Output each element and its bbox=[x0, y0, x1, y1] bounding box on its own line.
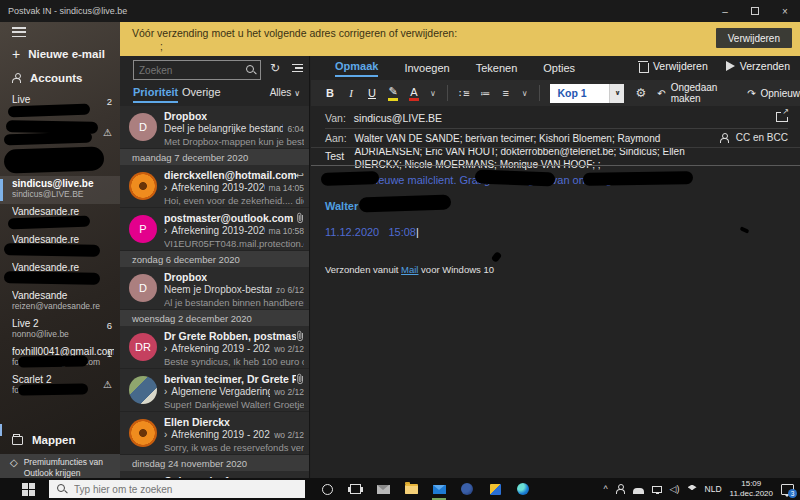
body-line-1: Test met nieuwe mailclient. Graag bevest… bbox=[325, 174, 788, 186]
font-options-chevron-icon[interactable]: ∨ bbox=[430, 89, 436, 98]
email-list-item[interactable]: Ellen Dierckx ↩ › Afrekening 2019 - 2020… bbox=[120, 412, 310, 455]
redo-button[interactable]: ↷ Opnieuw bbox=[747, 88, 800, 99]
send-button[interactable]: Verzenden bbox=[726, 60, 790, 72]
font-color-button[interactable]: A bbox=[409, 86, 419, 101]
tab-opmaak[interactable]: Opmaak bbox=[335, 60, 378, 77]
taskbar-clock[interactable]: 15:09 11.dec.2020 bbox=[730, 479, 773, 499]
paragraph-chevron-icon[interactable]: ∨ bbox=[522, 89, 528, 98]
close-button[interactable]: × bbox=[770, 0, 800, 22]
email-subject: Afrekening 2019 - 2020 bbox=[171, 429, 270, 440]
photos-button[interactable] bbox=[487, 481, 503, 497]
taskbar-search-input[interactable] bbox=[74, 484, 274, 495]
refresh-icon[interactable]: ↻ bbox=[270, 62, 280, 74]
mail-app-link[interactable]: Mail bbox=[401, 264, 418, 275]
dropbox-icon[interactable] bbox=[688, 485, 697, 494]
task-view-button[interactable] bbox=[347, 481, 363, 497]
account-item[interactable]: Vandesande.re ⚠ bbox=[0, 204, 120, 232]
new-mail-button[interactable]: + Nieuwe e-mail bbox=[12, 46, 105, 62]
volume-icon[interactable]: ◁) bbox=[670, 484, 680, 494]
redaction-scribble bbox=[8, 104, 90, 118]
email-list-item[interactable]: berivan tecimer, Dr Grete Robben, ...d ↩… bbox=[120, 369, 310, 412]
cc-bcc-control[interactable]: CC en BCC bbox=[720, 132, 788, 143]
bullet-list-button[interactable]: ∷≡ bbox=[459, 88, 469, 99]
windows-start-button[interactable] bbox=[22, 483, 35, 496]
tab-priority[interactable]: Prioriteit bbox=[133, 86, 178, 103]
cortana-button[interactable] bbox=[319, 481, 335, 497]
browser-button[interactable] bbox=[459, 481, 475, 497]
account-item[interactable]: Live 2 nonno@live.be 6 ⚠ bbox=[0, 316, 120, 344]
redaction-scribble bbox=[321, 171, 379, 186]
email-list-item[interactable]: D Dropbox ↩ › Deel je belangrijke bestan… bbox=[120, 106, 310, 149]
search-input[interactable] bbox=[134, 65, 238, 76]
banner-remove-button[interactable]: Verwijderen bbox=[716, 28, 792, 48]
taskbar-search-box[interactable] bbox=[49, 480, 305, 498]
highlight-button[interactable]: ✎ bbox=[388, 85, 398, 101]
email-list-item[interactable]: D Dropbox ↩ › Neem je Dropbox-bestanden … bbox=[120, 267, 310, 310]
email-subject: Afrekening 2019-2020 bbox=[171, 225, 264, 236]
tray-people-icon[interactable] bbox=[616, 484, 625, 494]
account-item[interactable]: Live 2 ⚠ bbox=[0, 92, 120, 120]
language-indicator[interactable]: NLD bbox=[705, 484, 722, 494]
filter-dropdown[interactable]: Alles ∨ bbox=[270, 87, 300, 98]
sender-avatar: P bbox=[129, 215, 157, 243]
sender-avatar: DR bbox=[129, 333, 157, 361]
email-time: zo 6/12 bbox=[276, 285, 304, 295]
account-item[interactable]: Scarlet 2 fo....scarlet.be ⚠ bbox=[0, 372, 120, 400]
maximize-button[interactable] bbox=[740, 0, 770, 22]
taskbar-icons bbox=[319, 481, 531, 497]
style-dropdown[interactable]: Kop 1 ∨ bbox=[550, 84, 624, 103]
email-time: wo 2/12 bbox=[274, 387, 304, 397]
mail-pinned-button[interactable] bbox=[375, 481, 391, 497]
from-row[interactable]: Van: sindicus@LIVE.BE bbox=[311, 112, 800, 124]
display-icon[interactable] bbox=[652, 486, 662, 493]
accounts-header[interactable]: Accounts bbox=[12, 72, 82, 84]
account-item[interactable]: sindicus@live.be sindicus@LIVE.BE ⚠ bbox=[0, 176, 120, 204]
action-center-icon[interactable]: 3 bbox=[781, 484, 794, 495]
account-item[interactable]: Vandesande.re ⚠ bbox=[0, 232, 120, 260]
account-item[interactable]: ⚠ bbox=[0, 148, 120, 176]
popout-icon[interactable] bbox=[776, 112, 788, 122]
chevron-down-icon: ∨ bbox=[294, 89, 300, 98]
email-sender: Ellen Dierckx bbox=[164, 416, 230, 428]
selection-mode-icon[interactable] bbox=[292, 64, 303, 73]
send-icon bbox=[726, 61, 735, 71]
email-list-item[interactable]: QM Quimmo.be forums over mede-eig ↩ › Qu… bbox=[120, 471, 310, 478]
onedrive-icon[interactable] bbox=[633, 488, 644, 494]
undo-button[interactable]: ↶ Ongedaan maken bbox=[657, 82, 736, 104]
chevron-up-icon[interactable]: ^ bbox=[603, 484, 607, 494]
premium-banner[interactable]: ◇ Premiumfuncties van Outlook krijgen bbox=[0, 454, 120, 478]
account-name: Vandesande.re bbox=[12, 206, 114, 217]
tab-opties[interactable]: Opties bbox=[543, 62, 575, 74]
account-item[interactable]: Vandesande.re ⚠ bbox=[0, 260, 120, 288]
account-item[interactable]: Scarlet walter.vandesand... ⚠ bbox=[0, 120, 120, 148]
clock-date: 11.dec.2020 bbox=[730, 489, 773, 498]
edge-button[interactable] bbox=[515, 481, 531, 497]
hamburger-menu-icon[interactable] bbox=[12, 27, 26, 37]
email-list-item[interactable]: DR Dr Grete Robben, postmaster@outloo ↩ … bbox=[120, 326, 310, 369]
tab-tekenen[interactable]: Tekenen bbox=[476, 62, 518, 74]
italic-button[interactable]: I bbox=[346, 87, 356, 99]
styles-gear-icon[interactable]: ⚙ bbox=[635, 86, 646, 100]
folders-header[interactable]: Mappen bbox=[12, 434, 75, 446]
tab-invoegen[interactable]: Invoegen bbox=[404, 62, 449, 74]
search-box[interactable] bbox=[133, 60, 261, 80]
subject-field[interactable]: Test bbox=[325, 150, 344, 162]
date-group-header: dinsdag 24 november 2020 bbox=[120, 455, 310, 471]
account-item[interactable]: foxhill0041@gmail.com foxhill0041@gmail.… bbox=[0, 344, 120, 372]
mail-app-button[interactable] bbox=[431, 481, 447, 497]
email-list-item[interactable]: P postmaster@outlook.com ↩ › Afrekening … bbox=[120, 208, 310, 251]
plus-icon: + bbox=[12, 46, 20, 62]
account-item[interactable]: Vandesande reizen@vandesande.re ⚠ bbox=[0, 288, 120, 316]
message-body[interactable]: Test met nieuwe mailclient. Graag bevest… bbox=[325, 174, 788, 275]
numbered-list-button[interactable]: ≔ bbox=[480, 88, 490, 99]
discard-button[interactable]: Verwijderen bbox=[639, 60, 708, 72]
email-list-item[interactable]: dierckxellen@hotmail.com ↩ › Afrekening … bbox=[120, 165, 310, 208]
underline-button[interactable]: U bbox=[367, 87, 377, 99]
windows-taskbar: ^ ◁) NLD 15:09 11.dec.2020 3 bbox=[0, 478, 800, 500]
redaction-scribble bbox=[475, 170, 555, 187]
bold-button[interactable]: B bbox=[325, 87, 335, 99]
tab-other[interactable]: Overige bbox=[182, 86, 221, 98]
minimize-button[interactable]: – bbox=[710, 0, 740, 22]
file-explorer-button[interactable] bbox=[403, 481, 419, 497]
align-button[interactable]: ≡ bbox=[501, 87, 511, 99]
